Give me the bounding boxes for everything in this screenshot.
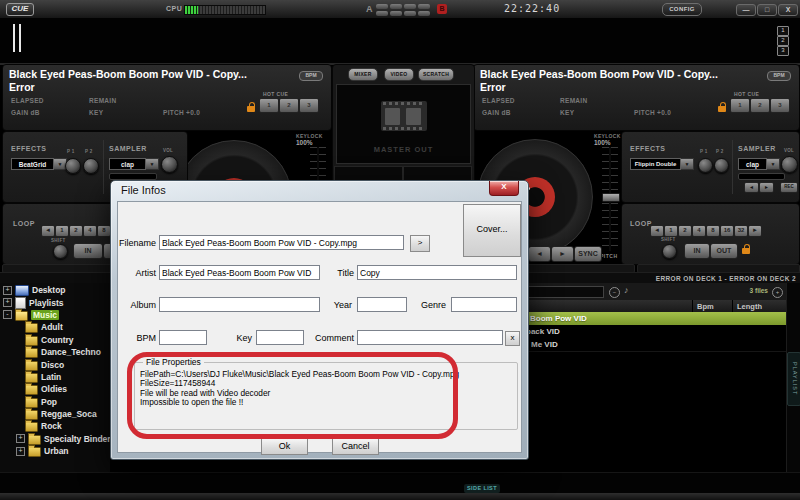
filename-field[interactable] <box>159 235 404 250</box>
effect-param2-knob[interactable] <box>714 158 729 173</box>
comment-clear-button[interactable]: x <box>505 331 520 346</box>
sample-select[interactable]: clap ▼ <box>109 158 159 170</box>
sample-select[interactable]: clap ▼ <box>738 158 780 170</box>
tree-item-specialty-binder[interactable]: + Specialty Binder <box>1 433 109 445</box>
lock-icon[interactable] <box>742 248 750 254</box>
sample-prev-button[interactable]: ◄ <box>744 182 759 193</box>
loop-8-button[interactable]: 8 <box>97 225 111 237</box>
browse-button[interactable]: > <box>410 235 430 252</box>
tree-item-oldies[interactable]: Oldies <box>1 383 109 395</box>
net-search-icon[interactable]: − <box>609 287 620 298</box>
loop-16-button[interactable]: 16 <box>720 225 734 237</box>
genre-field[interactable] <box>451 297 517 312</box>
sample-rec-button[interactable]: REC <box>780 182 798 193</box>
zoom-preset-button[interactable]: 2 <box>777 36 789 46</box>
tree-item-rock[interactable]: Rock <box>1 420 109 432</box>
deck-1-keylock[interactable]: KEYLOCK 100% <box>296 133 336 146</box>
loop-32-button[interactable]: 32 <box>734 225 748 237</box>
artist-field[interactable] <box>159 265 320 280</box>
loop-in-button[interactable]: IN <box>73 243 103 259</box>
hot-cue-3-button[interactable]: 3 <box>299 98 319 113</box>
chevron-down-icon[interactable]: ▼ <box>146 158 159 170</box>
loop-1-button[interactable]: 1 <box>55 225 69 237</box>
minimize-button[interactable]: — <box>736 4 756 16</box>
cover-button[interactable]: Cover... <box>463 204 521 257</box>
chevron-down-icon[interactable]: ▼ <box>681 158 694 170</box>
column-divider[interactable] <box>692 300 693 312</box>
cancel-button[interactable]: Cancel <box>332 438 379 455</box>
tree-item-desktop[interactable]: + Desktop <box>1 284 109 296</box>
music-note-icon[interactable]: ♪ <box>624 285 629 295</box>
deck-2-sync-button[interactable]: SYNC <box>574 246 602 262</box>
sampler-volume-knob[interactable] <box>781 156 798 173</box>
tab-video[interactable]: VIDEO <box>384 68 414 81</box>
browser-options-icon[interactable]: + <box>772 287 783 298</box>
year-field[interactable] <box>357 297 407 312</box>
maximize-button[interactable]: □ <box>757 4 777 16</box>
column-header-length[interactable]: Length <box>737 302 762 311</box>
bpm-field[interactable] <box>159 330 207 345</box>
zoom-preset-button[interactable]: 1 <box>777 26 789 36</box>
deck-2-cue-button[interactable]: ◄ <box>528 246 551 262</box>
tree-expander-icon[interactable]: + <box>3 286 12 295</box>
loop-double-button[interactable]: ► <box>748 225 762 237</box>
loop-4-button[interactable]: 4 <box>692 225 706 237</box>
zoom-preset-button[interactable]: 3 <box>777 46 789 56</box>
bpm-button[interactable]: BPM <box>767 71 791 81</box>
tree-item-dance-techno[interactable]: Dance_Techno <box>1 346 109 358</box>
tree-item-urban[interactable]: + Urban <box>1 445 109 457</box>
tree-item-music[interactable]: - Music <box>1 309 109 321</box>
loop-2-button[interactable]: 2 <box>678 225 692 237</box>
tab-mixer[interactable]: MIXER <box>348 68 378 81</box>
pitch-slider-handle[interactable] <box>602 193 620 202</box>
loop-8-button[interactable]: 8 <box>706 225 720 237</box>
loop-1-button[interactable]: 1 <box>664 225 678 237</box>
chevron-down-icon[interactable]: ▼ <box>767 158 780 170</box>
sampler-volume-knob[interactable] <box>161 156 178 173</box>
title-field[interactable] <box>357 265 517 280</box>
hot-cue-1-button[interactable]: 1 <box>259 98 279 113</box>
loop-half-button[interactable]: ◄ <box>41 225 55 237</box>
hot-cue-3-button[interactable]: 3 <box>770 98 790 113</box>
tree-item-latin[interactable]: Latin <box>1 371 109 383</box>
dialog-close-button[interactable]: X <box>489 181 519 196</box>
ok-button[interactable]: Ok <box>261 438 308 455</box>
tree-expander-icon[interactable]: - <box>3 310 12 319</box>
hot-cue-2-button[interactable]: 2 <box>750 98 770 113</box>
effect-select[interactable]: Flippin Double ▼ <box>630 158 694 170</box>
loop-shift-knob[interactable] <box>662 244 677 259</box>
album-field[interactable] <box>159 297 320 312</box>
lock-icon[interactable] <box>247 106 255 112</box>
comment-field[interactable] <box>357 330 503 345</box>
config-button[interactable]: CONFIG <box>662 3 702 16</box>
effect-param2-knob[interactable] <box>83 158 99 174</box>
tree-item-country[interactable]: Country <box>1 334 109 346</box>
tree-expander-icon[interactable]: + <box>16 447 25 456</box>
loop-in-button[interactable]: IN <box>684 243 710 259</box>
tree-expander-icon[interactable]: + <box>3 298 12 307</box>
column-header-bpm[interactable]: Bpm <box>697 302 714 311</box>
lock-icon[interactable] <box>718 106 726 112</box>
hot-cue-2-button[interactable]: 2 <box>279 98 299 113</box>
loop-out-button[interactable]: OUT <box>710 243 738 259</box>
effect-param1-knob[interactable] <box>698 158 713 173</box>
key-field[interactable] <box>256 330 304 345</box>
hot-cue-1-button[interactable]: 1 <box>730 98 750 113</box>
tree-expander-icon[interactable]: + <box>16 434 25 443</box>
tree-item-pop[interactable]: Pop <box>1 396 109 408</box>
deck-2-pitch-slider[interactable] <box>602 147 618 251</box>
effect-param1-knob[interactable] <box>65 158 81 174</box>
loop-2-button[interactable]: 2 <box>69 225 83 237</box>
deck-2-play-button[interactable]: ► <box>551 246 574 262</box>
tree-item-adult[interactable]: Adult <box>1 321 109 333</box>
column-divider[interactable] <box>732 300 733 312</box>
loop-half-button[interactable]: ◄ <box>650 225 664 237</box>
tab-scratch[interactable]: SCRATCH <box>418 68 454 81</box>
sample-next-button[interactable]: ► <box>759 182 774 193</box>
loop-4-button[interactable]: 4 <box>83 225 97 237</box>
side-list-badge[interactable]: SIDE LIST <box>464 484 500 493</box>
effect-select[interactable]: BeatGrid ▼ <box>11 158 67 170</box>
playlist-side-tab[interactable]: PLAYLIST <box>787 352 800 406</box>
bpm-button[interactable]: BPM <box>299 71 323 81</box>
loop-shift-knob[interactable] <box>53 244 68 259</box>
